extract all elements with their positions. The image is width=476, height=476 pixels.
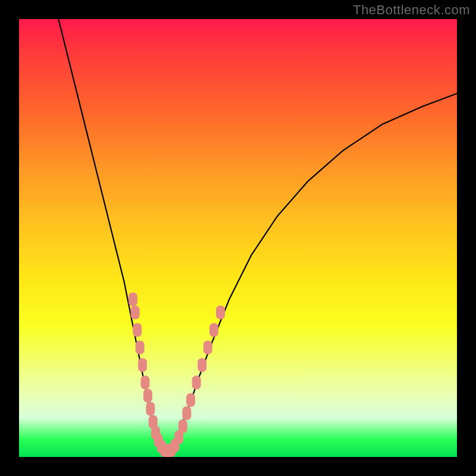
marker-point (217, 306, 225, 319)
marker-point (192, 376, 201, 389)
marker-point (143, 389, 152, 402)
plot-area (19, 19, 457, 457)
marker-point (198, 358, 206, 371)
marker-point (146, 402, 155, 415)
marker-point (133, 324, 142, 337)
marker-point (141, 376, 149, 389)
watermark-text: TheBottleneck.com (353, 2, 470, 18)
curve-layer (19, 19, 457, 457)
curves-group (58, 19, 457, 453)
marker-point (187, 393, 195, 406)
marker-point (210, 324, 218, 337)
marker-point (178, 419, 187, 433)
marker-point (203, 341, 212, 354)
marker-point (139, 358, 147, 371)
marker-point (183, 406, 191, 419)
marker-point (136, 341, 144, 354)
marker-point (131, 306, 139, 319)
chart-frame: TheBottleneck.com (0, 0, 476, 476)
marker-point (129, 293, 137, 306)
curve-right-branch (164, 93, 457, 453)
